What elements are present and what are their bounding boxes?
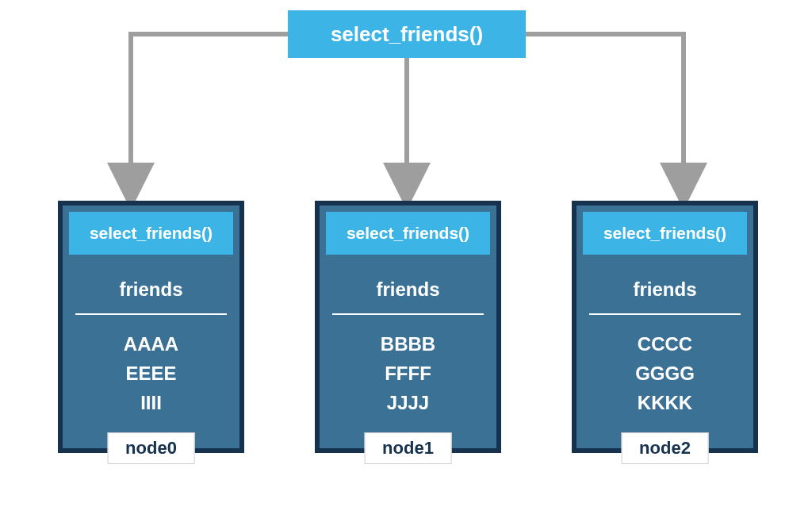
node-data-list: CCCC GGGG KKKK [576,315,753,426]
nodes-row: select_friends() friends AAAA EEEE IIII … [58,201,758,453]
node-card-1: select_friends() friends BBBB FFFF JJJJ … [315,201,501,453]
node-data-row: CCCC [584,329,745,359]
node-data-list: AAAA EEEE IIII [63,315,239,426]
node-data-row: GGGG [584,359,745,388]
node-header: select_friends() [69,212,233,255]
node-label: node1 [364,432,452,464]
node-card-2: select_friends() friends CCCC GGGG KKKK … [572,201,758,453]
node-section-title: friends [576,261,753,313]
distributed-query-diagram: select_friends() select_friends() friend… [0,0,812,522]
node-data-row: FFFF [327,359,488,388]
node-label: node0 [107,432,195,464]
node-header: select_friends() [326,212,490,255]
root-function-label: select_friends() [331,22,483,47]
node-header-label: select_friends() [90,224,213,242]
node-card-0: select_friends() friends AAAA EEEE IIII … [58,201,244,453]
arrow-to-node2 [526,34,684,186]
node-data-row: IIII [71,388,232,417]
node-data-row: KKKK [584,388,745,417]
node-header-label: select_friends() [347,224,469,242]
node-data-row: BBBB [327,329,488,359]
node-data-row: EEEE [71,359,232,388]
node-header: select_friends() [583,212,747,255]
node-label: node2 [621,432,709,464]
node-section-title: friends [63,261,239,313]
node-data-row: JJJJ [327,388,488,417]
node-data-row: AAAA [71,329,232,359]
root-function-box: select_friends() [288,10,526,58]
node-data-list: BBBB FFFF JJJJ [320,315,496,426]
node-header-label: select_friends() [603,224,726,242]
arrow-to-node0 [131,34,288,186]
node-section-title: friends [320,261,496,313]
